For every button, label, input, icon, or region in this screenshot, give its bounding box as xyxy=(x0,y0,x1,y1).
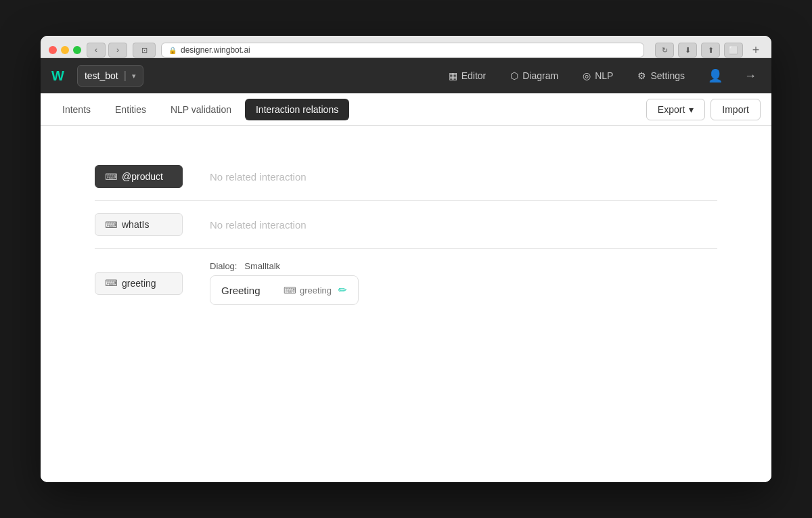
intent-label-greeting: greeting xyxy=(122,278,156,289)
url-text: designer.wingbot.ai xyxy=(181,45,250,55)
export-label: Export xyxy=(658,104,685,115)
keyboard-icon: ⌨ xyxy=(284,285,296,296)
edit-icon[interactable]: ✏ xyxy=(338,284,347,296)
browser-action-buttons: ↻ ⬇ ⬆ ⬜ xyxy=(655,43,743,57)
interaction-card-greeting: Greeting ⌨ greeting ✏ xyxy=(210,275,359,305)
maximize-traffic-light[interactable] xyxy=(73,46,81,54)
relation-row: ⌨ @product No related interaction xyxy=(95,153,717,201)
intent-badge-greeting[interactable]: ⌨ greeting xyxy=(95,272,183,295)
no-relation-whatis: No related interaction xyxy=(210,219,307,231)
diagram-nav-label: Diagram xyxy=(522,70,558,81)
card-intent: ⌨ greeting xyxy=(284,285,332,296)
traffic-lights xyxy=(49,46,81,54)
nlp-icon: ◎ xyxy=(583,70,591,81)
intent-badge-whatis[interactable]: ⌨ whatIs xyxy=(95,213,183,236)
forward-button[interactable]: › xyxy=(108,43,127,57)
intent-label-whatis: whatIs xyxy=(122,219,149,230)
card-name: Greeting xyxy=(221,285,277,296)
browser-window: ‹ › ⊡ 🔒 designer.wingbot.ai ↻ ⬇ ⬆ ⬜ + W … xyxy=(41,36,771,482)
nlp-nav-item[interactable]: ◎ NLP xyxy=(577,66,618,85)
minimize-traffic-light[interactable] xyxy=(61,46,69,54)
app-header: W test_bot | ▾ ▦ Editor ⬡ Diagram ◎ NLP … xyxy=(41,58,771,93)
editor-nav-item[interactable]: ▦ Editor xyxy=(443,66,492,85)
no-relation-product: No related interaction xyxy=(210,171,307,183)
fullscreen-button[interactable]: ⬜ xyxy=(724,43,743,57)
download-button[interactable]: ⬇ xyxy=(678,43,697,57)
intent-badge-product[interactable]: ⌨ @product xyxy=(95,165,183,188)
settings-icon: ⚙ xyxy=(637,70,646,81)
header-nav: ▦ Editor ⬡ Diagram ◎ NLP ⚙ Settings 👤 → xyxy=(443,64,761,87)
chevron-down-icon: ▾ xyxy=(689,104,694,115)
new-tab-button[interactable]: + xyxy=(748,43,763,57)
user-icon[interactable]: 👤 xyxy=(704,64,727,87)
app-logo: W xyxy=(51,68,64,84)
tab-bar: Intents Entities NLP validation Interact… xyxy=(41,93,771,126)
reload-button[interactable]: ↻ xyxy=(655,43,674,57)
tab-intents[interactable]: Intents xyxy=(51,99,102,120)
bot-name: test_bot xyxy=(85,70,118,81)
main-content: ⌨ @product No related interaction ⌨ what… xyxy=(41,126,771,482)
nlp-nav-label: NLP xyxy=(595,70,613,81)
browser-chrome: ‹ › ⊡ 🔒 designer.wingbot.ai ↻ ⬇ ⬆ ⬜ + xyxy=(41,36,771,58)
settings-nav-label: Settings xyxy=(650,70,685,81)
relations-list: ⌨ @product No related interaction ⌨ what… xyxy=(95,153,717,317)
relation-row: ⌨ greeting Dialog: Smalltalk Greeting ⌨ … xyxy=(95,249,717,317)
back-button[interactable]: ‹ xyxy=(87,43,106,57)
keyboard-icon: ⌨ xyxy=(105,278,118,288)
bot-selector[interactable]: test_bot | ▾ xyxy=(77,65,143,87)
dialog-label: Dialog: Smalltalk xyxy=(210,261,359,271)
address-bar[interactable]: 🔒 designer.wingbot.ai xyxy=(161,43,644,57)
diagram-icon: ⬡ xyxy=(510,70,518,81)
sidebar-toggle-button[interactable]: ⊡ xyxy=(133,43,156,57)
tab-items: Intents Entities NLP validation Interact… xyxy=(51,99,646,120)
editor-icon: ▦ xyxy=(449,70,457,81)
close-traffic-light[interactable] xyxy=(49,46,57,54)
settings-nav-item[interactable]: ⚙ Settings xyxy=(632,66,690,85)
lock-icon: 🔒 xyxy=(168,47,177,54)
keyboard-icon: ⌨ xyxy=(105,172,118,182)
greeting-relation: Dialog: Smalltalk Greeting ⌨ greeting ✏ xyxy=(210,261,359,305)
tab-actions: Export ▾ Import xyxy=(646,99,761,120)
relation-row: ⌨ whatIs No related interaction xyxy=(95,201,717,249)
intent-label-product: @product xyxy=(122,171,163,182)
editor-nav-label: Editor xyxy=(461,70,487,81)
share-button[interactable]: ⬆ xyxy=(701,43,720,57)
browser-nav-buttons: ‹ › xyxy=(87,43,127,57)
export-button[interactable]: Export ▾ xyxy=(646,99,705,120)
diagram-nav-item[interactable]: ⬡ Diagram xyxy=(505,66,564,85)
tab-interaction-relations[interactable]: Interaction relations xyxy=(245,99,349,120)
tab-entities[interactable]: Entities xyxy=(104,99,157,120)
chevron-down-icon: ▾ xyxy=(132,72,136,80)
tab-nlp-validation[interactable]: NLP validation xyxy=(160,99,242,120)
logout-icon[interactable]: → xyxy=(740,65,761,87)
import-button[interactable]: Import xyxy=(710,99,761,120)
keyboard-icon: ⌨ xyxy=(105,220,118,230)
card-intent-label: greeting xyxy=(300,285,332,296)
